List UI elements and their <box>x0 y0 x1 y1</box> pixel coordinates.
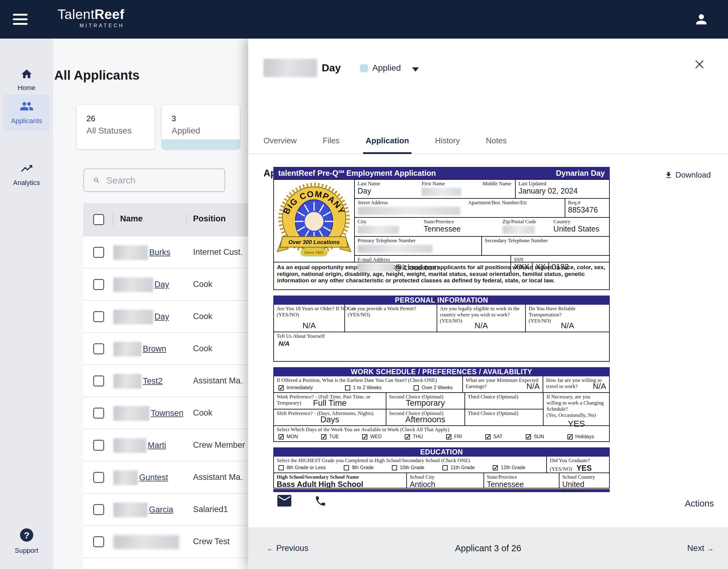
sidebar: Home Applicants Analytics ? Support <box>0 39 53 569</box>
status-card-applied-accent <box>162 139 240 149</box>
applicant-drawer: Day Applied Overview Files Application H… <box>248 39 728 569</box>
applicant-name-link[interactable]: Day <box>154 312 169 321</box>
applicant-name-link[interactable]: Day <box>154 280 169 289</box>
previous-button[interactable]: ← Previous <box>267 544 309 553</box>
row-checkbox[interactable] <box>93 536 104 547</box>
redacted-first-name <box>113 406 150 421</box>
download-label: Download <box>675 170 711 180</box>
table-row[interactable]: Burks Internet Cust. <box>83 237 273 269</box>
tab-files[interactable]: Files <box>323 136 339 154</box>
value-min-earnings: N/A <box>526 381 540 391</box>
email-ssn-row: E-mail Address @icloud.com SSN XXXXX0182 <box>355 255 609 273</box>
sidebar-item-analytics[interactable]: Analytics <box>0 162 53 187</box>
row-checkbox[interactable] <box>93 247 104 258</box>
select-all-checkbox[interactable] <box>93 214 104 225</box>
status-card-all[interactable]: 26 All Statuses <box>77 105 155 149</box>
value-work-preference: Full Time <box>274 398 386 408</box>
table-row[interactable]: Garcia Salaried1 <box>83 494 273 526</box>
status-card-applied-label: Applied <box>172 126 240 136</box>
applicant-name-link[interactable]: Townsen <box>151 408 184 418</box>
row-checkbox[interactable] <box>93 375 104 386</box>
search-input[interactable] <box>106 175 225 186</box>
applicant-last-name: Day <box>322 62 341 74</box>
applicant-name-link[interactable]: Garcia <box>149 505 173 514</box>
tab-history[interactable]: History <box>435 136 460 154</box>
sidebar-item-support[interactable]: ? Support <box>0 527 53 555</box>
row-checkbox[interactable] <box>93 311 104 322</box>
field-req-number: 8853476 <box>568 206 598 214</box>
actions-button[interactable]: Actions <box>685 499 714 509</box>
checkbox-over-2-weeks <box>414 385 419 390</box>
row-checkbox[interactable] <box>93 440 104 451</box>
row-checkbox[interactable] <box>93 343 104 354</box>
redacted-city <box>358 226 399 234</box>
table-row[interactable]: Guntest Assistant Ma. <box>83 461 273 494</box>
row-checkbox[interactable] <box>93 472 104 483</box>
checkbox-fri <box>446 434 451 439</box>
column-header-name: Name <box>120 214 143 224</box>
value-school-state: Tennessee <box>487 480 524 488</box>
email-icon[interactable] <box>277 495 291 508</box>
sidebar-item-applicants[interactable]: Applicants <box>4 94 49 131</box>
row-checkbox[interactable] <box>93 504 104 515</box>
tab-notes[interactable]: Notes <box>486 136 507 154</box>
value-school-country: United States <box>562 480 584 492</box>
field-last-updated: January 02, 2024 <box>518 187 578 195</box>
top-navbar: TalentReef MITRATECH <box>0 0 728 39</box>
applicant-name-link[interactable]: Test2 <box>143 376 163 386</box>
table-row[interactable]: Day Cook <box>83 301 273 333</box>
download-button[interactable]: Download <box>664 170 711 180</box>
value-tell-us: N/A <box>279 340 606 347</box>
applicant-name-link[interactable]: Marti <box>148 441 166 450</box>
next-button[interactable]: Next → <box>687 544 714 553</box>
status-dropdown-label[interactable]: Applied <box>372 63 401 73</box>
table-row[interactable]: Marti Crew Member <box>83 429 273 461</box>
redacted-first-name <box>113 278 153 292</box>
position-cell: Salaried1 <box>193 505 228 514</box>
user-avatar-icon[interactable] <box>694 12 709 27</box>
checkbox-tue <box>321 434 326 439</box>
status-card-all-label: All Statuses <box>86 126 155 136</box>
table-row[interactable]: Brown Cook <box>83 333 273 365</box>
phone-icon[interactable] <box>314 495 327 508</box>
company-logo: BIG COMPANY ★ ★ Over 300 Locations Since… <box>274 180 355 262</box>
applicants-icon <box>20 99 34 113</box>
brand-light: Talent <box>58 7 94 22</box>
checkbox-wed <box>362 434 367 439</box>
status-card-applied[interactable]: 3 Applied <box>162 105 240 149</box>
checkbox-sun <box>526 434 531 439</box>
table-row[interactable]: Crew Test <box>83 526 273 558</box>
position-cell: Cook <box>193 280 212 289</box>
checkbox-holidays <box>567 434 573 439</box>
row-checkbox[interactable] <box>93 279 104 290</box>
position-cell: Crew Test <box>193 537 230 546</box>
chevron-down-icon[interactable] <box>412 67 419 72</box>
drawer-tabs: Overview Files Application History Notes <box>248 130 728 154</box>
header-divider <box>186 213 187 226</box>
applicant-name-link[interactable]: Burks <box>149 248 170 257</box>
redacted-first-name <box>113 503 148 517</box>
row-checkbox[interactable] <box>93 408 104 419</box>
table-row[interactable]: Test2 Assistant Ma. <box>83 365 273 397</box>
position-cell: Cook <box>193 408 212 418</box>
sidebar-home-label: Home <box>0 84 53 92</box>
education-header: EDUCATION <box>273 447 610 457</box>
tab-application[interactable]: Application <box>366 136 409 154</box>
field-email-domain: @icloud.com <box>394 264 439 272</box>
menu-icon[interactable] <box>13 12 28 27</box>
tab-overview[interactable]: Overview <box>264 136 297 154</box>
sidebar-item-home[interactable]: Home <box>0 68 53 92</box>
table-row[interactable]: Townsen Cook <box>83 397 273 429</box>
redacted-email-user <box>358 263 394 272</box>
position-cell: Cook <box>193 312 212 321</box>
header-divider <box>113 213 113 226</box>
redacted-zip <box>502 226 535 234</box>
applicant-name-link[interactable]: Brown <box>143 344 166 354</box>
field-country: United States <box>553 225 599 233</box>
logo-ribbon-text: Over 300 Locations <box>288 239 340 245</box>
close-icon[interactable] <box>694 59 706 71</box>
applicant-name-link[interactable]: Guntest <box>139 473 168 482</box>
field-state: Tennessee <box>424 225 461 233</box>
table-row[interactable]: Day Cook <box>83 269 273 301</box>
applicant-counter: Applicant 3 of 26 <box>248 543 728 553</box>
